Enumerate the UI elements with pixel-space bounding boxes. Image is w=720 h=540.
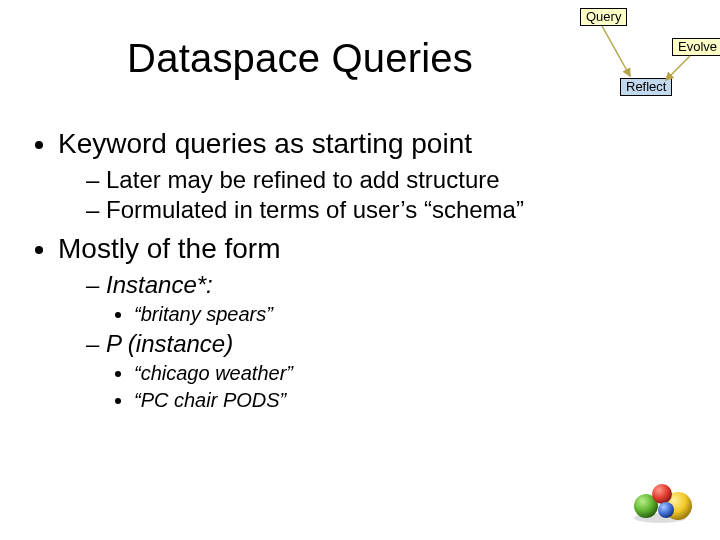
bullet-l2-text: Instance*: [106,271,213,298]
bullet-l1-text: Keyword queries as starting point [58,128,472,159]
bullet-l2: Instance*: “britany spears” [86,270,670,327]
bullet-l3: “PC chair PODS” [134,388,670,413]
bullet-l1-text: Mostly of the form [58,233,281,264]
decoration-spheres-icon [618,466,698,526]
svg-point-5 [652,484,672,504]
bullet-l2: P (instance) “chicago weather” “PC chair… [86,329,670,413]
diagram-tag-evolve: Evolve [672,38,720,56]
bullet-l1: Keyword queries as starting point Later … [58,126,670,225]
bullet-l2-text: P (instance) [106,330,233,357]
svg-point-6 [658,502,674,518]
slide-body: Keyword queries as starting point Later … [30,120,670,415]
bullet-l2: Formulated in terms of user’s “schema” [86,195,670,225]
bullet-l2: Later may be refined to add structure [86,165,670,195]
bullet-l3: “britany spears” [134,302,670,327]
diagram-tag-query: Query [580,8,627,26]
slide-title: Dataspace Queries [0,36,600,81]
svg-line-0 [602,26,630,76]
svg-line-1 [666,56,690,80]
diagram-tag-reflect: Reflect [620,78,672,96]
bullet-l3: “chicago weather” [134,361,670,386]
bullet-l1: Mostly of the form Instance*: “britany s… [58,231,670,413]
slide: Dataspace Queries Query Evolve Reflect K… [0,0,720,540]
